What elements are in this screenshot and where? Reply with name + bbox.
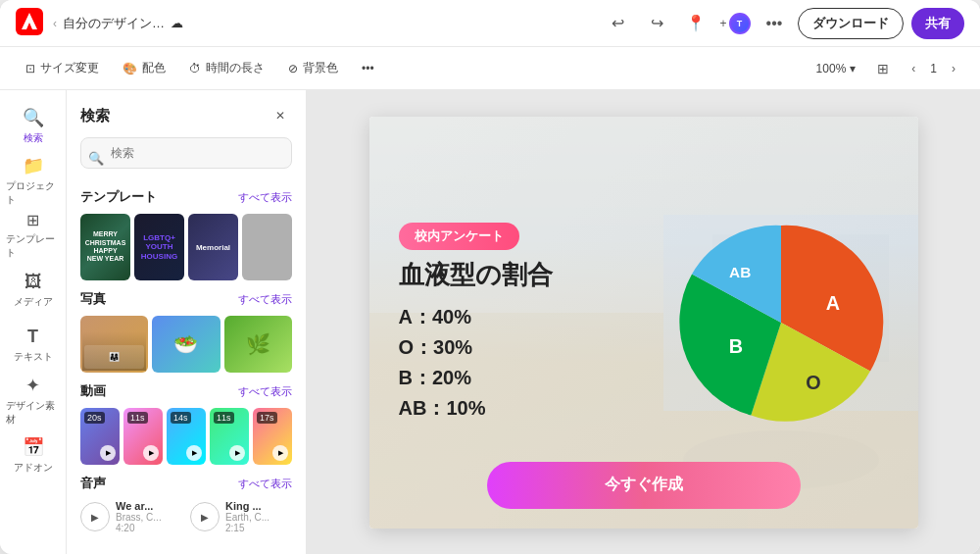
share-button[interactable]: 共有 (911, 8, 964, 39)
prev-page-button[interactable]: ‹ (903, 58, 924, 79)
sidebar-item-text[interactable]: T テキスト (6, 320, 61, 371)
video-grid: 20s ▶ 11s ▶ 14s ▶ 11s ▶ (80, 408, 292, 465)
audio-play-btn-1[interactable]: ▶ (80, 502, 110, 531)
canvas-page[interactable]: 校内アンケート 血液型の割合 A：40% O：30% B：20% AB：10% (369, 117, 918, 529)
templates-show-all-button[interactable]: すべて表示 (238, 190, 292, 205)
top-bar: ‹ 自分のデザイン… ☁ ↩ ↪ 📍 + T ••• ダウンロード 共有 (0, 0, 980, 47)
main-content: 🔍 検索 📁 プロジェクト ⊞ テンプレート 🖼 メディア T テキスト ✦ (0, 90, 980, 554)
next-page-button[interactable]: › (943, 58, 964, 79)
color-button[interactable]: 🎨 配色 (113, 55, 175, 81)
audio-name-2: King ... (225, 500, 270, 512)
duration-button[interactable]: ⏱ 時間の長さ (179, 55, 274, 81)
sidebar-item-label: テンプレート (6, 232, 61, 260)
photos-section-header: 写真 すべて表示 (80, 290, 292, 308)
pie-chart: A O B AB (673, 215, 889, 430)
audio-item-1[interactable]: ▶ We ar... Brass, C... 4:20 (80, 500, 182, 533)
app-window: ‹ 自分のデザイン… ☁ ↩ ↪ 📍 + T ••• ダウンロード 共有 ⊡ サ… (0, 0, 980, 554)
video-duration-4: 11s (214, 412, 234, 424)
survey-badge: 校内アンケート (399, 223, 519, 250)
template-thumb-1[interactable]: MERRYCHRISTMASHAPPYNEW YEAR (80, 214, 130, 280)
sidebar-item-label: メディア (14, 295, 53, 309)
projects-nav-icon: 📁 (23, 155, 44, 176)
video-thumb-3[interactable]: 14s ▶ (167, 408, 206, 465)
undo-button[interactable]: ↩ (602, 8, 633, 39)
addons-nav-icon: 📅 (23, 436, 44, 458)
video-thumb-2[interactable]: 11s ▶ (123, 408, 163, 465)
photos-section-title: 写真 (80, 290, 106, 308)
resize-button[interactable]: ⊡ サイズ変更 (16, 55, 109, 81)
create-button[interactable]: 今すぐ作成 (487, 462, 801, 509)
toolbar: ⊡ サイズ変更 🎨 配色 ⏱ 時間の長さ ⊘ 背景色 ••• 100% ▾ ⊞ … (0, 47, 980, 90)
template-grid: MERRYCHRISTMASHAPPYNEW YEAR LGBTQ+YOUTHH… (80, 214, 292, 280)
sidebar-item-media[interactable]: 🖼 メディア (6, 265, 61, 316)
sidebar-item-addons[interactable]: 📅 アドオン (6, 429, 61, 480)
app-logo (16, 8, 43, 39)
sidebar-item-elements[interactable]: ✦ デザイン素材 (6, 375, 61, 426)
photos-show-all-button[interactable]: すべて表示 (238, 292, 292, 307)
download-button[interactable]: ダウンロード (798, 8, 904, 39)
video-duration-3: 14s (171, 412, 191, 424)
color-icon: 🎨 (122, 62, 137, 76)
photo-thumb-3[interactable]: 🌿 (224, 316, 292, 373)
audio-section-header: 音声 すべて表示 (80, 475, 292, 492)
audio-play-btn-2[interactable]: ▶ (190, 502, 220, 531)
breadcrumb[interactable]: ‹ 自分のデザイン… ☁ (53, 15, 183, 32)
bg-color-button[interactable]: ⊘ 背景色 (278, 55, 348, 81)
avatar: T (729, 13, 751, 34)
video-thumb-1[interactable]: 20s ▶ (80, 408, 120, 465)
page-controls: ‹ 1 › (903, 58, 964, 79)
search-nav-icon: 🔍 (23, 107, 44, 128)
svg-text:A: A (825, 291, 839, 313)
grid-view-button[interactable]: ⊞ (867, 53, 899, 84)
sidebar-item-templates[interactable]: ⊞ テンプレート (6, 210, 61, 261)
zoom-chevron: ▾ (850, 62, 856, 76)
page-number: 1 (930, 62, 937, 76)
close-panel-button[interactable]: ✕ (269, 104, 292, 127)
redo-button[interactable]: ↪ (641, 8, 672, 39)
chart-data-row-ab: AB：10% (399, 395, 673, 422)
svg-text:O: O (806, 372, 820, 393)
more-toolbar-button[interactable]: ••• (352, 57, 384, 80)
canvas-area: 校内アンケート 血液型の割合 A：40% O：30% B：20% AB：10% (307, 90, 980, 554)
audio-meta-1: Brass, C... 4:20 (116, 512, 162, 533)
template-thumb-3[interactable]: Memorial (188, 214, 238, 280)
zoom-control[interactable]: 100% ▾ (808, 57, 864, 80)
chart-title: 血液型の割合 (399, 260, 673, 290)
video-play-5: ▶ (272, 445, 288, 461)
sidebar-item-projects[interactable]: 📁 プロジェクト (6, 155, 61, 206)
location-button[interactable]: 📍 (680, 8, 711, 39)
videos-section-title: 動画 (80, 382, 106, 400)
resize-icon: ⊡ (25, 62, 35, 76)
templates-section-header: テンプレート すべて表示 (80, 188, 292, 206)
audio-item-2[interactable]: ▶ King ... Earth, C... 2:15 (190, 500, 292, 533)
add-button[interactable]: + T (719, 8, 751, 39)
search-input[interactable] (80, 137, 292, 169)
video-thumb-5[interactable]: 17s ▶ (253, 408, 292, 465)
audio-info-1: We ar... Brass, C... 4:20 (116, 500, 162, 533)
chart-data: A：40% O：30% B：20% AB：10% (399, 304, 673, 422)
sidebar-item-search[interactable]: 🔍 検索 (6, 100, 61, 151)
chart-text-section: 校内アンケート 血液型の割合 A：40% O：30% B：20% AB：10% (399, 223, 673, 422)
photo-thumb-1[interactable]: 👨‍👩‍👧 (80, 316, 148, 373)
photo-thumb-2[interactable]: 🥗 (152, 316, 220, 373)
template-thumb-2[interactable]: LGBTQ+YOUTHHOUSING (134, 214, 184, 280)
cloud-icon: ☁ (171, 16, 183, 30)
more-button[interactable]: ••• (759, 8, 790, 39)
elements-nav-icon: ✦ (25, 375, 40, 396)
svg-text:AB: AB (729, 263, 751, 279)
templates-nav-icon: ⊞ (26, 211, 39, 229)
audio-meta-2: Earth, C... 2:15 (225, 512, 270, 533)
templates-section-title: テンプレート (80, 188, 157, 206)
photo-grid: 👨‍👩‍👧 🥗 🌿 (80, 316, 292, 373)
search-input-wrap: 🔍 (67, 137, 306, 178)
audio-section-title: 音声 (80, 475, 106, 492)
template-thumb-4[interactable] (242, 214, 292, 280)
video-thumb-4[interactable]: 11s ▶ (210, 408, 249, 465)
panel-content: テンプレート すべて表示 MERRYCHRISTMASHAPPYNEW YEAR… (67, 178, 306, 554)
audio-show-all-button[interactable]: すべて表示 (238, 477, 292, 491)
media-nav-icon: 🖼 (24, 272, 42, 292)
video-play-3: ▶ (186, 445, 202, 461)
videos-show-all-button[interactable]: すべて表示 (238, 384, 292, 399)
top-bar-actions: ↩ ↪ 📍 + T ••• ダウンロード 共有 (602, 8, 964, 39)
left-nav: 🔍 検索 📁 プロジェクト ⊞ テンプレート 🖼 メディア T テキスト ✦ (0, 90, 67, 554)
